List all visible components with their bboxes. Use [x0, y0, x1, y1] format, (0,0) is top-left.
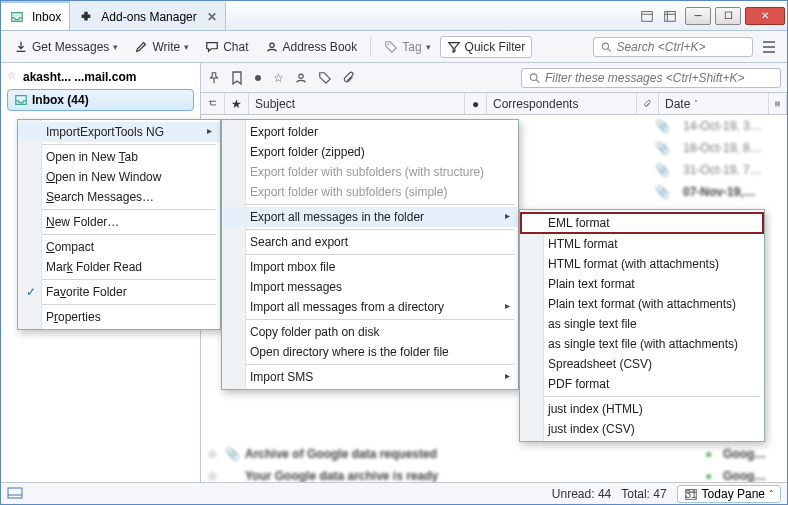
col-picker[interactable]	[769, 93, 787, 114]
get-messages-button[interactable]: Get Messages ▾	[7, 36, 125, 58]
app-menu-button[interactable]	[761, 40, 781, 54]
col-subject[interactable]: Subject	[249, 93, 465, 114]
menu-export-all-messages[interactable]: Export all messages in the folder▸	[222, 207, 518, 227]
tab-inbox[interactable]: Inbox	[1, 1, 70, 30]
menu-new-folder[interactable]: New Folder…	[18, 212, 220, 232]
inbox-icon	[9, 9, 25, 25]
menu-export-folder[interactable]: Export folder	[222, 122, 518, 142]
menu-index-csv[interactable]: just index (CSV)	[520, 419, 764, 439]
tag-button[interactable]: Tag ▾	[377, 36, 437, 58]
tab-inbox-label: Inbox	[32, 10, 61, 24]
menu-eml-format[interactable]: EML format	[520, 212, 764, 234]
chat-icon	[205, 40, 219, 54]
menu-favorite-folder[interactable]: ✓Favorite Folder	[18, 282, 220, 302]
write-button[interactable]: Write ▾	[127, 36, 196, 58]
attachment-icon[interactable]	[342, 71, 356, 85]
tag-icon[interactable]	[318, 71, 332, 85]
svg-point-5	[255, 75, 261, 81]
address-book-label: Address Book	[283, 40, 358, 54]
col-star[interactable]: ★	[225, 93, 249, 114]
get-messages-label: Get Messages	[32, 40, 109, 54]
svg-point-3	[388, 43, 390, 45]
write-label: Write	[152, 40, 180, 54]
calendar-icon-1[interactable]	[639, 8, 655, 24]
col-thread[interactable]	[201, 93, 225, 114]
menu-export-sub-struct: Export folder with subfolders (with stru…	[222, 162, 518, 182]
menu-importexporttools[interactable]: ImportExportTools NG▸	[18, 122, 220, 142]
window-close-button[interactable]: ✕	[745, 7, 785, 25]
tab-addons[interactable]: Add-ons Manager ✕	[70, 1, 225, 30]
menu-search-messages[interactable]: Search Messages…	[18, 187, 220, 207]
menu-properties[interactable]: Properties	[18, 307, 220, 327]
chevron-down-icon[interactable]: ▾	[184, 42, 189, 52]
window-minimize-button[interactable]: ─	[685, 7, 711, 25]
chat-button[interactable]: Chat	[198, 36, 255, 58]
menu-csv[interactable]: Spreadsheet (CSV)	[520, 354, 764, 374]
menu-plain-format-att[interactable]: Plain text format (with attachments)	[520, 294, 764, 314]
total-count: Total: 47	[621, 487, 666, 501]
download-icon	[14, 40, 28, 54]
col-date[interactable]: Date ˄	[659, 93, 769, 114]
menu-mark-folder-read[interactable]: Mark Folder Read	[18, 257, 220, 277]
menu-import-mbox[interactable]: Import mbox file	[222, 257, 518, 277]
separator	[370, 37, 371, 57]
menu-search-export[interactable]: Search and export	[222, 232, 518, 252]
separator	[22, 144, 216, 145]
menu-open-folder-dir[interactable]: Open directory where is the folder file	[222, 342, 518, 362]
col-attachment[interactable]	[637, 93, 659, 114]
quick-filter-button[interactable]: Quick Filter	[440, 36, 533, 58]
menu-import-sms[interactable]: Import SMS▸	[222, 367, 518, 387]
menu-import-messages[interactable]: Import messages	[222, 277, 518, 297]
folder-label: Inbox (44)	[32, 93, 89, 107]
address-book-button[interactable]: Address Book	[258, 36, 365, 58]
today-pane-button[interactable]: 31 Today Pane ˄	[677, 485, 781, 503]
separator	[226, 229, 514, 230]
unread-count: Unread: 44	[552, 487, 611, 501]
close-tab-icon[interactable]: ✕	[207, 10, 217, 24]
menu-open-new-window[interactable]: Open in New Window	[18, 167, 220, 187]
menu-import-dir[interactable]: Import all messages from a directory▸	[222, 297, 518, 317]
menu-single-text[interactable]: as single text file	[520, 314, 764, 334]
account-label: akasht... ...mail.com	[23, 70, 136, 84]
svg-rect-9	[8, 488, 22, 498]
message-filter-input[interactable]	[545, 71, 774, 85]
menu-compact[interactable]: Compact	[18, 237, 220, 257]
menu-single-text-att[interactable]: as single text file (with attachments)	[520, 334, 764, 354]
search-icon	[600, 40, 612, 54]
svg-text:31: 31	[685, 488, 697, 500]
main-toolbar: Get Messages ▾ Write ▾ Chat Address Book…	[1, 31, 787, 63]
col-correspondents[interactable]: Correspondents	[487, 93, 637, 114]
menu-pdf[interactable]: PDF format	[520, 374, 764, 394]
chevron-down-icon[interactable]: ▾	[113, 42, 118, 52]
global-search[interactable]	[593, 37, 753, 57]
message-filter-box[interactable]	[521, 68, 781, 88]
menu-copy-folder-path[interactable]: Copy folder path on disk	[222, 322, 518, 342]
star-icon[interactable]: ☆	[273, 71, 284, 85]
menu-index-html[interactable]: just index (HTML)	[520, 399, 764, 419]
contact-icon[interactable]	[294, 71, 308, 85]
account-item[interactable]: ☆ akasht... ...mail.com	[1, 67, 200, 87]
calendar-icon-2[interactable]	[662, 8, 678, 24]
inbox-icon	[14, 93, 28, 107]
dot-icon[interactable]	[253, 73, 263, 83]
search-icon	[528, 71, 541, 85]
pin-icon[interactable]	[207, 71, 221, 85]
check-icon: ✓	[26, 285, 36, 299]
message-row[interactable]: ☆📎Archive of Google data requested●Goog…	[201, 443, 787, 465]
menu-plain-format[interactable]: Plain text format	[520, 274, 764, 294]
column-headers: ★ Subject ● Correspondents Date ˄	[201, 93, 787, 115]
global-search-input[interactable]	[616, 40, 746, 54]
menu-html-format-att[interactable]: HTML format (with attachments)	[520, 254, 764, 274]
folder-inbox[interactable]: Inbox (44)	[7, 89, 194, 111]
menu-export-folder-zipped[interactable]: Export folder (zipped)	[222, 142, 518, 162]
menu-open-new-tab[interactable]: Open in New Tab	[18, 147, 220, 167]
bookmark-icon[interactable]	[231, 71, 243, 85]
message-row[interactable]: ☆Your Google data archive is ready●Goog…	[201, 465, 787, 482]
window-maximize-button[interactable]: ☐	[715, 7, 741, 25]
submenu-arrow-icon: ▸	[505, 210, 510, 221]
chat-label: Chat	[223, 40, 248, 54]
col-subject-label: Subject	[255, 97, 295, 111]
activity-icon[interactable]	[7, 487, 23, 501]
menu-html-format[interactable]: HTML format	[520, 234, 764, 254]
col-read[interactable]: ●	[465, 93, 487, 114]
